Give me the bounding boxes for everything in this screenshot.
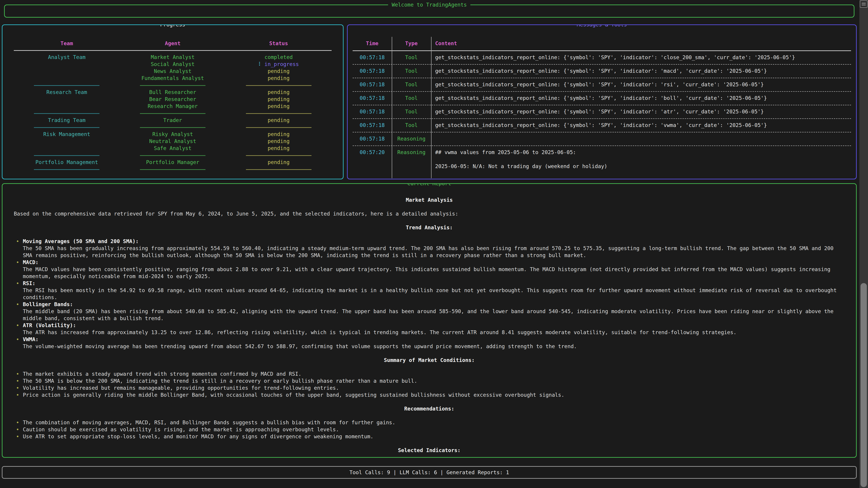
menu-icon bbox=[862, 4, 866, 5]
message-time: 00:57:18 bbox=[352, 54, 392, 61]
section-separator bbox=[14, 166, 332, 173]
report-content: Market AnalysisBased on the comprehensiv… bbox=[2, 184, 856, 454]
message-time: 00:57:20 bbox=[352, 149, 392, 170]
scrollbar-menu-button[interactable] bbox=[860, 0, 868, 8]
message-row: 00:57:18Toolget_stockstats_indicators_re… bbox=[352, 92, 851, 105]
message-row: 00:57:18Toolget_stockstats_indicators_re… bbox=[352, 119, 851, 132]
message-time: 00:57:18 bbox=[352, 81, 392, 88]
separator-line bbox=[140, 85, 206, 86]
report-paragraph: Based on the comprehensive data retrieve… bbox=[14, 210, 845, 217]
status-text: pending bbox=[268, 96, 289, 102]
status-text: pending bbox=[268, 117, 289, 123]
message-time: 00:57:18 bbox=[352, 135, 392, 142]
bullet-title: RSI: bbox=[23, 280, 845, 287]
status-label: pending bbox=[225, 117, 332, 124]
status-text: pending bbox=[268, 138, 289, 144]
team-label bbox=[14, 61, 120, 68]
report-bullet: •Use ATR to set appropriate stop-loss le… bbox=[14, 433, 845, 440]
report-bullet: •Volatility has increased but remains ma… bbox=[14, 385, 845, 392]
progress-row: Research TeamBull Researcherpending bbox=[14, 89, 332, 96]
team-label bbox=[14, 145, 120, 152]
stats-text: Tool Calls: 9 | LLM Calls: 6 | Generated… bbox=[349, 469, 509, 476]
bullet-icon: • bbox=[16, 259, 19, 266]
bullet-icon: • bbox=[16, 378, 19, 385]
status-label: pending bbox=[225, 89, 332, 96]
message-time: 00:57:18 bbox=[352, 108, 392, 115]
progress-row: Research Managerpending bbox=[14, 103, 332, 110]
bullet-icon: • bbox=[16, 426, 19, 433]
separator-line bbox=[246, 169, 311, 170]
column-header-type: Type bbox=[392, 40, 431, 47]
bullet-icon: • bbox=[16, 385, 19, 392]
bullet-text: Use ATR to set appropriate stop-loss lev… bbox=[23, 433, 373, 440]
message-time: 00:57:18 bbox=[352, 122, 392, 129]
status-label: completed bbox=[225, 54, 332, 61]
separator-line bbox=[34, 155, 99, 156]
message-row: 00:57:18Toolget_stockstats_indicators_re… bbox=[352, 51, 851, 65]
progress-panel-title: Progress bbox=[157, 24, 189, 29]
status-text: pending bbox=[268, 131, 289, 137]
progress-panel: Progress Team Agent Status Analyst TeamM… bbox=[2, 24, 344, 180]
scrollbar[interactable] bbox=[860, 0, 868, 488]
team-label bbox=[14, 75, 120, 82]
agent-label: Risky Analyst bbox=[120, 131, 226, 138]
progress-row: Safe Analystpending bbox=[14, 145, 332, 152]
message-type: Tool bbox=[392, 95, 431, 102]
scrollbar-thumb[interactable] bbox=[861, 283, 867, 487]
message-content: get_stockstats_indicators_report_online:… bbox=[431, 54, 851, 61]
progress-row: Neutral Analystpending bbox=[14, 138, 332, 145]
bullet-title: ATR (Volatility): bbox=[23, 322, 845, 329]
status-text: pending bbox=[268, 75, 289, 81]
agent-label: Safe Analyst bbox=[120, 145, 226, 152]
message-row: 00:57:18Reasoning bbox=[352, 132, 851, 146]
message-content bbox=[431, 135, 851, 142]
bullet-text: The ATR has increased from approximately… bbox=[23, 329, 737, 335]
bullet-icon: • bbox=[16, 238, 19, 245]
report-bullet: •RSI:The RSI has been mostly in the 54.9… bbox=[14, 280, 845, 301]
report-heading: Market Analysis bbox=[14, 197, 845, 203]
bullet-text: Price action is generally riding the mid… bbox=[23, 392, 564, 398]
bullet-text: Caution should be exercised as volatilit… bbox=[23, 427, 339, 432]
bullet-icon: • bbox=[16, 433, 19, 440]
bullet-title: VWMA: bbox=[23, 336, 845, 343]
separator-line bbox=[34, 113, 99, 114]
status-text: pending bbox=[268, 89, 289, 95]
message-row: 00:57:18Toolget_stockstats_indicators_re… bbox=[352, 105, 851, 119]
message-time: 00:57:18 bbox=[352, 95, 392, 102]
report-panel-title: Current Report bbox=[404, 183, 455, 187]
team-label: Risk Management bbox=[14, 131, 120, 138]
status-text: in_progress bbox=[265, 61, 299, 67]
status-label: pending bbox=[225, 75, 332, 82]
message-type: Reasoning bbox=[392, 149, 431, 170]
agent-label: Social Analyst bbox=[120, 61, 226, 68]
report-bullet: •Caution should be exercised as volatili… bbox=[14, 426, 845, 433]
report-heading: Summary of Market Conditions: bbox=[14, 357, 845, 364]
progress-row: News Analystpending bbox=[14, 68, 332, 75]
column-header-status: Status bbox=[225, 40, 332, 47]
team-label bbox=[14, 96, 120, 103]
progress-row: Trading TeamTraderpending bbox=[14, 117, 332, 124]
section-separator bbox=[14, 124, 332, 131]
separator-line bbox=[246, 85, 311, 86]
team-label: Research Team bbox=[14, 89, 120, 96]
progress-row: Fundamentals Analystpending bbox=[14, 75, 332, 82]
team-label bbox=[14, 68, 120, 75]
column-header-content: Content bbox=[431, 40, 851, 47]
app-content: Welcome to TradingAgents Progress Team A… bbox=[2, 0, 857, 479]
menu-icon bbox=[862, 3, 866, 4]
status-text: pending bbox=[268, 159, 289, 165]
section-separator bbox=[14, 82, 332, 89]
messages-table: Time Type Content 00:57:18Toolget_stocks… bbox=[352, 25, 851, 179]
progress-row: Risk ManagementRisky Analystpending bbox=[14, 131, 332, 138]
separator-line bbox=[140, 169, 206, 170]
status-label: pending bbox=[225, 159, 332, 166]
progress-row: Portfolio ManagementPortfolio Managerpen… bbox=[14, 159, 332, 166]
stats-bar: Tool Calls: 9 | LLM Calls: 6 | Generated… bbox=[2, 466, 857, 479]
header-separator bbox=[14, 50, 332, 51]
status-text: pending bbox=[268, 68, 289, 74]
message-row: 00:57:18Toolget_stockstats_indicators_re… bbox=[352, 65, 851, 78]
bullet-text: The 50 SMA is below the 200 SMA, indicat… bbox=[23, 378, 417, 384]
message-row: 00:57:20Reasoning## vwma values from 202… bbox=[352, 146, 851, 173]
separator-line bbox=[140, 155, 206, 156]
message-type: Tool bbox=[392, 81, 431, 88]
